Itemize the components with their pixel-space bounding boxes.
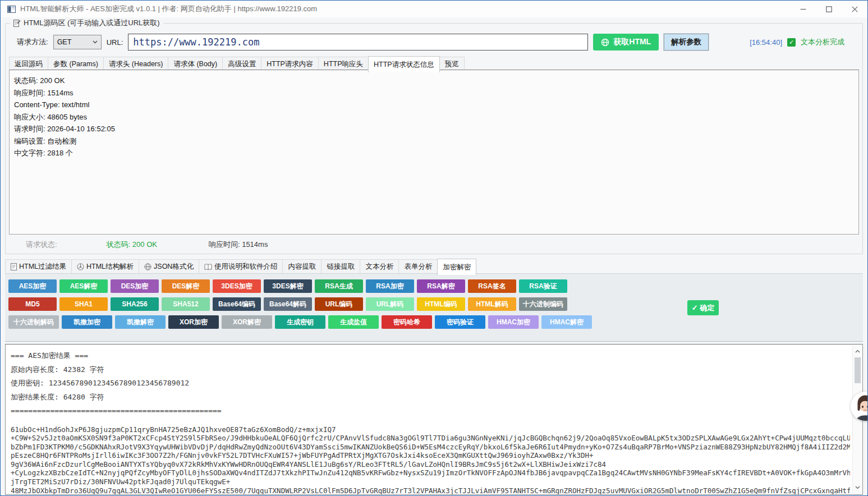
- crypto-button[interactable]: 凯撒加密: [62, 315, 112, 329]
- crypto-button[interactable]: Base64编码: [213, 297, 261, 311]
- crypto-button[interactable]: SHA512: [162, 297, 210, 311]
- tab-html-filter-result[interactable]: HTML过滤结果: [5, 259, 72, 274]
- crypto-button[interactable]: Base64解码: [264, 297, 312, 311]
- crypto-button[interactable]: MD5: [8, 297, 57, 311]
- crypto-button[interactable]: HTML编码: [417, 297, 465, 311]
- crypto-button[interactable]: AES解密: [59, 279, 108, 293]
- crypto-button[interactable]: 3DES加密: [213, 279, 261, 293]
- crypto-button-label: RSA生成: [325, 282, 352, 290]
- checkbox-checked-icon[interactable]: ✓: [787, 38, 796, 47]
- crypto-button[interactable]: RSA生成: [315, 279, 363, 293]
- crypto-button-label: AES解密: [70, 282, 98, 290]
- maximize-button[interactable]: [816, 1, 842, 17]
- encoding-line: 编码设置: 自动检测: [14, 135, 854, 148]
- crypto-button[interactable]: URL解码: [366, 297, 414, 311]
- close-button[interactable]: [842, 1, 867, 17]
- crypto-button-label: HMAC加密: [497, 318, 530, 326]
- request-status-label: 请求状态:: [26, 240, 57, 250]
- window-title: HTML智能解析大师 - AES加密完成 v1.0.1 | 作者: 网页自动化助…: [20, 4, 317, 14]
- url-label: URL:: [107, 38, 123, 47]
- http-status-panel[interactable]: 状态码: 200 OK 响应时间: 1514ms Content-Type: t…: [9, 70, 859, 235]
- request-status-bar: 请求状态: 状态码: 200 OK 响应时间: 1514ms: [26, 240, 268, 250]
- tab-link-extract[interactable]: 链接提取: [321, 259, 360, 274]
- tab-content-extract[interactable]: 内容提取: [282, 259, 322, 274]
- edit-document-icon: [13, 19, 21, 27]
- crypto-button-label: SHA512: [173, 300, 198, 308]
- crypto-button-label: Base64解码: [269, 300, 306, 308]
- tab-label: HTML结构解析: [86, 262, 134, 272]
- method-label: 请求方法:: [17, 37, 48, 47]
- crypto-button[interactable]: 生成密钥: [275, 315, 325, 329]
- chevron-down-icon: [93, 40, 98, 44]
- groupbox-legend-text: HTML源码区 (可手动输入或通过URL获取): [24, 18, 160, 28]
- crypto-button[interactable]: 3DES解密: [264, 279, 312, 293]
- crypto-button[interactable]: XOR解密: [222, 315, 272, 329]
- tab-json-format[interactable]: JSON格式化: [139, 259, 199, 274]
- crypto-button[interactable]: 凯撒解密: [115, 315, 166, 329]
- result-output-box[interactable]: === AES加密结果 === 原始内容长度: 42382 字符 使用密钥: 1…: [5, 344, 863, 495]
- crypto-button-label: DES解密: [172, 282, 200, 290]
- crypto-button[interactable]: RSA解密: [417, 279, 465, 293]
- result-header-text: === AES加密结果 === 原始内容长度: 42382 字符 使用密钥: 1…: [11, 349, 850, 418]
- status-code-value: 状态码: 200 OK: [107, 240, 157, 250]
- response-time-line: 响应时间: 1514ms: [14, 87, 854, 99]
- tab-html-structure[interactable]: HTML结构解析: [71, 259, 139, 274]
- tab-form-analysis[interactable]: 表单分析: [398, 259, 438, 274]
- crypto-button-label: 3DES加密: [221, 282, 252, 290]
- crypto-button-label: 密码验证: [447, 318, 474, 326]
- crypto-button[interactable]: HMAC解密: [541, 315, 592, 329]
- method-value: GET: [57, 38, 72, 46]
- tab-usage-info[interactable]: 使用说明和软件介绍: [199, 259, 283, 274]
- crypto-button-label: 生成盐值: [340, 318, 367, 326]
- crypto-button[interactable]: RSA验证: [519, 279, 567, 293]
- fetch-html-button[interactable]: 获取HTML: [593, 34, 659, 50]
- fetch-html-label: 获取HTML: [613, 37, 651, 47]
- minimize-button[interactable]: [790, 1, 816, 17]
- crypto-button[interactable]: SHA256: [111, 297, 159, 311]
- crypto-button[interactable]: URL编码: [315, 297, 363, 311]
- confirm-button[interactable]: ✓ 确定: [687, 300, 719, 315]
- crypto-button-label: 凯撒加密: [74, 318, 100, 326]
- crypto-button-label: URL编码: [325, 300, 353, 308]
- groupbox-legend: HTML源码区 (可手动输入或通过URL获取): [10, 18, 163, 28]
- tab-http-request-status[interactable]: HTTP请求状态信息: [368, 56, 440, 72]
- crypto-button[interactable]: AES加密: [8, 279, 57, 293]
- url-input[interactable]: [128, 34, 588, 50]
- crypto-button-label: RSA加密: [376, 282, 403, 290]
- crypto-button-label: RSA签名: [478, 282, 506, 290]
- crypto-button[interactable]: 密码哈希: [382, 315, 432, 329]
- globe-icon: [601, 38, 609, 47]
- crypto-button[interactable]: RSA加密: [366, 279, 414, 293]
- crypto-button[interactable]: HMAC加密: [488, 315, 539, 329]
- crypto-button-label: 生成密钥: [287, 318, 314, 326]
- tab-text-analysis[interactable]: 文本分析: [360, 259, 399, 274]
- crypto-button[interactable]: 密码验证: [435, 315, 485, 329]
- scroll-up-icon[interactable]: [853, 346, 862, 356]
- tab-encrypt-decrypt[interactable]: 加密解密: [437, 259, 476, 275]
- crypto-button[interactable]: 十六进制解码: [8, 315, 59, 329]
- crypto-button[interactable]: HTML解码: [468, 297, 516, 311]
- scroll-down-icon[interactable]: [853, 483, 862, 493]
- crypto-button[interactable]: DES解密: [162, 279, 210, 293]
- crypto-row-2: MD5SHA1SHA256SHA512Base64编码Base64解码URL编码…: [8, 297, 863, 311]
- book-icon: [204, 264, 212, 270]
- timestamp: [16:54:40]: [750, 38, 782, 47]
- crypto-button[interactable]: SHA1: [59, 297, 108, 311]
- request-row: 请求方法: GET URL: 获取HTML 解析参数 [16:54:40] ✓ …: [17, 33, 855, 52]
- crypto-button[interactable]: 十六进制编码: [519, 297, 567, 311]
- parse-params-button[interactable]: 解析参数: [664, 34, 709, 50]
- crypto-button-label: AES加密: [19, 282, 47, 290]
- scrollbar-thumb[interactable]: [855, 357, 861, 383]
- app-window: { "window": { "title": "HTML智能解析大师 - AES…: [0, 0, 868, 496]
- method-select[interactable]: GET: [53, 35, 102, 49]
- crypto-button[interactable]: 生成盐值: [328, 315, 379, 329]
- crypto-button[interactable]: DES加密: [111, 279, 159, 293]
- app-icon: [7, 6, 16, 13]
- response-time-value: 响应时间: 1514ms: [209, 240, 268, 250]
- crypto-button-label: HTML编码: [425, 300, 457, 308]
- crypto-button[interactable]: RSA签名: [468, 279, 516, 293]
- crypto-panel: AES加密AES解密DES加密DES解密3DES加密3DES解密RSA生成RSA…: [5, 273, 863, 342]
- crypto-button[interactable]: XOR加密: [168, 315, 219, 329]
- tab-label: JSON格式化: [154, 262, 194, 272]
- tab-label: HTML过滤结果: [19, 262, 66, 272]
